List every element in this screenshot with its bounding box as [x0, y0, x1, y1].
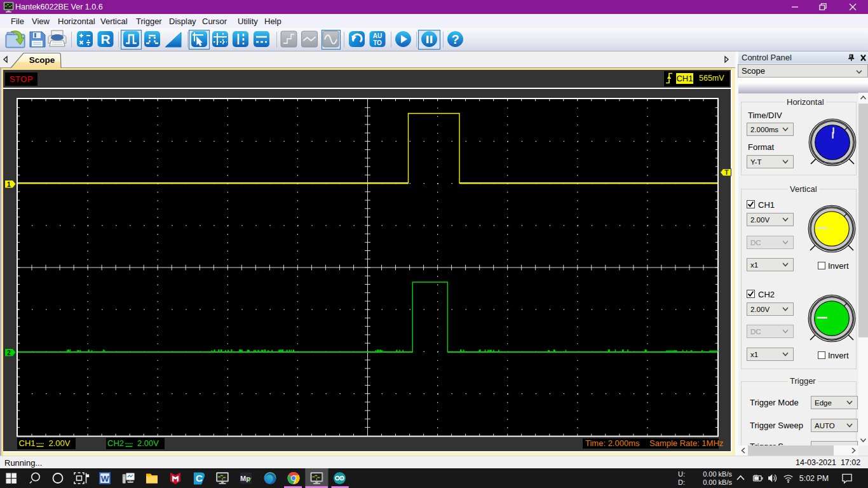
svg-text:U:: U: [678, 470, 685, 478]
svg-text:D:: D: [678, 478, 685, 486]
svg-text:2: 2 [7, 349, 11, 356]
svg-text:0.00 kB/s: 0.00 kB/s [703, 470, 732, 478]
svg-text:0.00 kB/s: 0.00 kB/s [703, 478, 732, 486]
svg-text:C: C [196, 473, 203, 484]
svg-text:5:02 PM: 5:02 PM [799, 474, 829, 483]
svg-text:Scope: Scope [29, 55, 55, 65]
svg-text:T: T [724, 168, 729, 176]
svg-text:?: ? [451, 32, 459, 46]
svg-text:AU: AU [373, 32, 382, 39]
svg-text:R: R [100, 32, 110, 46]
svg-text:TO: TO [373, 39, 382, 46]
svg-text:W: W [101, 474, 109, 484]
svg-text:1: 1 [7, 180, 11, 188]
